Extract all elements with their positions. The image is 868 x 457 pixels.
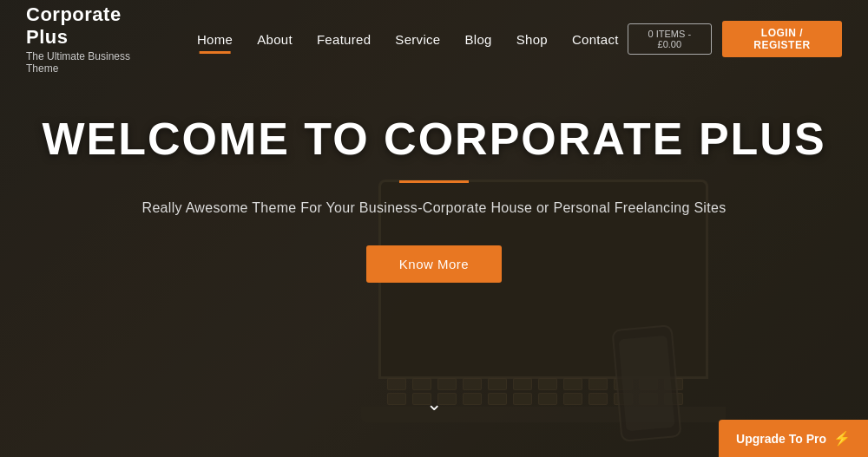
scroll-down-arrow[interactable]: ⌄ xyxy=(426,393,442,415)
know-more-button[interactable]: Know More xyxy=(366,245,502,283)
main-nav: Home About Featured Service Blog Shop Co… xyxy=(188,25,628,54)
cart-button[interactable]: 0 ITEMS - £0.00 xyxy=(628,23,712,55)
site-subtitle: The Ultimate Business Theme xyxy=(26,50,162,75)
nav-item-shop[interactable]: Shop xyxy=(508,25,556,54)
nav-item-contact[interactable]: Contact xyxy=(563,25,628,54)
header-actions: 0 ITEMS - £0.00 LOGIN / REGISTER xyxy=(628,21,842,57)
upgrade-to-pro-button[interactable]: Upgrade To Pro ⚡ xyxy=(719,420,868,457)
hero-divider xyxy=(399,180,469,183)
lightning-icon: ⚡ xyxy=(833,430,851,447)
nav-item-service[interactable]: Service xyxy=(386,25,449,54)
hero-subtitle: Really Awesome Theme For Your Business-C… xyxy=(35,200,833,216)
nav-item-blog[interactable]: Blog xyxy=(456,25,500,54)
header: Corporate Plus The Ultimate Business The… xyxy=(0,0,868,78)
site-title: Corporate Plus xyxy=(26,3,162,49)
nav-item-about[interactable]: About xyxy=(248,25,301,54)
logo-area: Corporate Plus The Ultimate Business The… xyxy=(26,3,162,75)
hero-section: WELCOME TO CORPORATE PLUS Really Awesome… xyxy=(0,113,868,283)
nav-item-featured[interactable]: Featured xyxy=(308,25,379,54)
upgrade-label: Upgrade To Pro xyxy=(736,432,826,446)
hero-title: WELCOME TO CORPORATE PLUS xyxy=(35,113,833,165)
nav-item-home[interactable]: Home xyxy=(188,25,241,54)
login-register-button[interactable]: LOGIN / REGISTER xyxy=(722,21,842,57)
